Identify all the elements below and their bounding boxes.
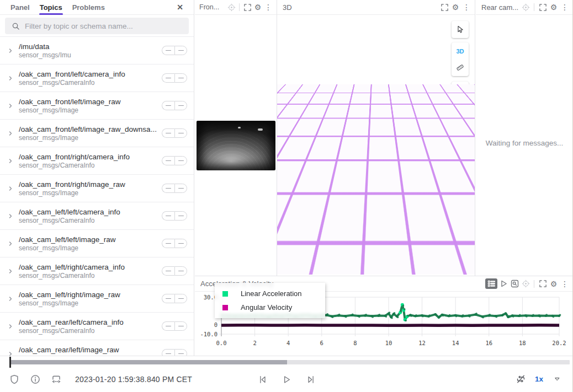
stat-pill-left[interactable] — [162, 184, 174, 193]
topic-row[interactable]: /imu/datasensor_msgs/Imu — [0, 37, 194, 65]
fullscreen-icon[interactable] — [439, 2, 449, 12]
topic-row[interactable]: /oak_cam_front/left/camera_infosensor_ms… — [0, 65, 194, 92]
gear-icon[interactable]: ⚙ — [450, 2, 460, 12]
stat-pill-left[interactable] — [162, 211, 174, 221]
stat-pill-right[interactable] — [174, 184, 187, 193]
topic-row[interactable]: /oak_cam_left/right/image_rawsensor_msgs… — [0, 285, 194, 313]
stat-pill-left[interactable] — [162, 294, 174, 303]
stat-pill-right[interactable] — [174, 128, 187, 138]
topic-stat-pills[interactable] — [162, 321, 187, 331]
three-d-viewport[interactable]: HILTI 3D — [277, 15, 475, 276]
stat-pill-right[interactable] — [174, 266, 187, 276]
topic-row[interactable]: /oak_cam_left/left/image_rawsensor_msgs/… — [0, 230, 194, 257]
gear-icon[interactable]: ⚙ — [253, 2, 263, 12]
playback-speed[interactable]: 1x — [535, 375, 543, 383]
topic-stat-pills[interactable] — [162, 294, 187, 303]
stat-pill-right[interactable] — [174, 294, 187, 303]
topic-row[interactable]: /oak_cam_front/left/image_raw_downsa...s… — [0, 120, 194, 147]
loop-off-icon[interactable] — [515, 373, 527, 385]
pan-icon[interactable] — [521, 279, 530, 289]
topic-row[interactable]: /oak_cam_rear/left/camera_infosensor_msg… — [0, 313, 194, 340]
topic-row[interactable]: /oak_cam_left/left/camera_infosensor_msg… — [0, 202, 194, 230]
topic-stat-pills[interactable] — [162, 46, 187, 55]
chevron-right-icon[interactable] — [6, 239, 15, 249]
chevron-right-icon[interactable] — [6, 184, 15, 194]
stat-pill-right[interactable] — [174, 156, 187, 165]
topic-search-box[interactable] — [5, 18, 189, 34]
chevron-right-icon[interactable] — [6, 101, 15, 111]
chevron-right-icon[interactable] — [6, 211, 15, 221]
seek-forward-button[interactable] — [304, 373, 317, 386]
topic-row[interactable]: /oak_cam_left/right/camera_infosensor_ms… — [0, 257, 194, 285]
stat-pill-right[interactable] — [174, 101, 187, 110]
gear-icon[interactable]: ⚙ — [549, 279, 559, 289]
play-button[interactable] — [280, 373, 293, 386]
stat-pill-left[interactable] — [162, 239, 174, 248]
stat-pill-right[interactable] — [174, 46, 187, 55]
search-input[interactable] — [25, 22, 183, 30]
tab-panel[interactable]: Panel — [6, 0, 35, 15]
pan-icon[interactable] — [521, 2, 530, 12]
select-tool-button[interactable] — [452, 21, 469, 38]
gear-icon[interactable]: ⚙ — [549, 2, 559, 12]
legend-toggle-button[interactable] — [485, 278, 497, 289]
kebab-menu-icon[interactable]: ⋮ — [263, 2, 273, 12]
chevron-right-icon[interactable] — [6, 46, 15, 56]
stat-pill-left[interactable] — [162, 266, 174, 276]
fullscreen-icon[interactable] — [242, 2, 252, 12]
reset-zoom-icon[interactable] — [510, 279, 519, 289]
kebab-menu-icon[interactable]: ⋮ — [461, 2, 471, 12]
chevron-down-icon[interactable] — [551, 373, 563, 385]
kebab-menu-icon[interactable]: ⋮ — [560, 2, 570, 12]
topic-stat-pills[interactable] — [162, 73, 187, 83]
stat-pill-right[interactable] — [174, 211, 187, 221]
stat-pill-left[interactable] — [162, 46, 174, 55]
topic-stat-pills[interactable] — [162, 156, 187, 165]
chevron-right-icon[interactable] — [6, 266, 15, 276]
stat-pill-left[interactable] — [162, 156, 174, 165]
timeline-scrubber[interactable] — [10, 360, 570, 364]
fullscreen-icon[interactable] — [538, 2, 548, 12]
legend-item-linear-acceleration[interactable]: Linear Acceleration — [215, 287, 325, 300]
topics-sidebar: Panel Topics Problems ✕ /imu/datasensor_… — [0, 0, 194, 356]
legend-item-angular-velocity[interactable]: Angular Velocity — [215, 300, 325, 314]
topic-stat-pills[interactable] — [162, 101, 187, 110]
tab-topics[interactable]: Topics — [35, 0, 67, 15]
orbit-control-button[interactable] — [452, 82, 469, 99]
stat-pill-left[interactable] — [162, 349, 174, 356]
stat-pill-right[interactable] — [174, 321, 187, 331]
chevron-right-icon[interactable] — [6, 156, 15, 166]
topic-stat-pills[interactable] — [162, 266, 187, 276]
topic-stat-pills[interactable] — [162, 239, 187, 248]
playhead-marker[interactable] — [9, 357, 11, 368]
topic-row[interactable]: /oak_cam_front/right/camera_infosensor_m… — [0, 147, 194, 175]
kebab-menu-icon[interactable]: ⋮ — [560, 279, 570, 289]
tab-problems[interactable]: Problems — [67, 0, 110, 15]
chevron-right-icon[interactable] — [6, 128, 15, 138]
topic-stat-pills[interactable] — [162, 184, 187, 193]
chevron-right-icon[interactable] — [6, 321, 15, 331]
topic-stat-pills[interactable] — [162, 211, 187, 221]
topic-row[interactable]: /oak_cam_front/right/image_rawsensor_msg… — [0, 175, 194, 202]
stat-pill-left[interactable] — [162, 321, 174, 331]
seek-backward-button[interactable] — [256, 373, 269, 386]
chevron-right-icon[interactable] — [6, 73, 15, 83]
chevron-right-icon[interactable] — [6, 349, 15, 356]
measure-tool-button[interactable] — [452, 60, 469, 76]
pan-icon[interactable] — [226, 2, 236, 12]
topic-row[interactable]: /oak_cam_front/left/image_rawsensor_msgs… — [0, 92, 194, 120]
stat-pill-right[interactable] — [174, 239, 187, 248]
close-icon[interactable]: ✕ — [172, 0, 188, 15]
chevron-right-icon[interactable] — [6, 294, 15, 304]
mode-3d-button[interactable]: 3D — [452, 43, 469, 60]
fullscreen-icon[interactable] — [538, 279, 548, 289]
stat-pill-left[interactable] — [162, 73, 174, 83]
stat-pill-right[interactable] — [174, 349, 187, 356]
topic-stat-pills[interactable] — [162, 349, 187, 356]
stat-pill-right[interactable] — [174, 73, 187, 83]
topic-row[interactable]: /oak_cam_rear/left/image_rawsensor_msgs/… — [0, 340, 194, 356]
stat-pill-left[interactable] — [162, 101, 174, 110]
play-path-icon[interactable] — [498, 279, 508, 289]
stat-pill-left[interactable] — [162, 128, 174, 138]
topic-stat-pills[interactable] — [162, 128, 187, 138]
